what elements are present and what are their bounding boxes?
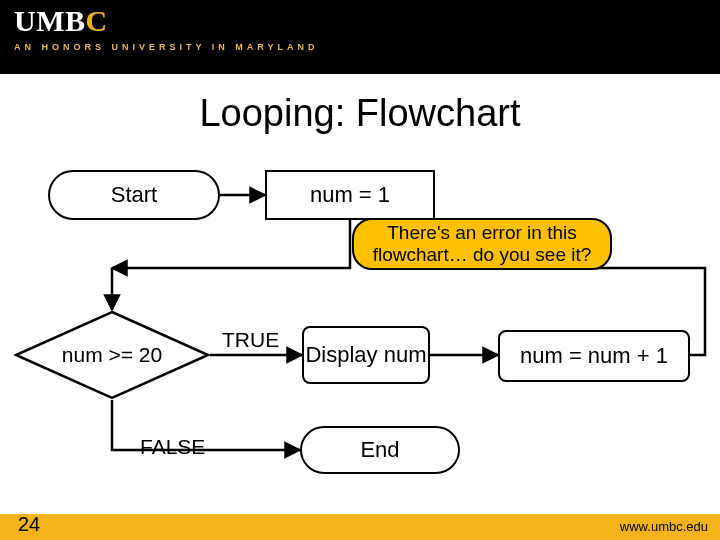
callout-text: There's an error in this flowchart… do y… (364, 222, 600, 266)
decision-label: num >= 20 (62, 343, 162, 367)
edge-label-false: FALSE (140, 435, 205, 459)
display-label: Display num (305, 342, 426, 367)
logo-text-gold: C (86, 4, 108, 37)
flow-callout: There's an error in this flowchart… do y… (352, 218, 612, 270)
footer-url: www.umbc.edu (620, 519, 708, 534)
logo-text-white: UMB (14, 4, 86, 37)
increment-label: num = num + 1 (520, 343, 668, 368)
footer-bar: 24 www.umbc.edu (0, 514, 720, 540)
end-label: End (360, 437, 399, 462)
header-bar: UMBC AN HONORS UNIVERSITY IN MARYLAND (0, 0, 720, 74)
flow-node-start: Start (48, 170, 220, 220)
flow-node-display: Display num (302, 326, 430, 384)
umbc-logo: UMBC (14, 4, 108, 38)
page-number: 24 (18, 513, 40, 536)
flow-node-increment: num = num + 1 (498, 330, 690, 382)
flow-node-init: num = 1 (265, 170, 435, 220)
flow-node-decision: num >= 20 (14, 310, 210, 400)
init-label: num = 1 (310, 182, 390, 207)
flow-node-end: End (300, 426, 460, 474)
start-label: Start (111, 182, 157, 207)
edge-label-true: TRUE (222, 328, 279, 352)
header-tagline: AN HONORS UNIVERSITY IN MARYLAND (14, 42, 319, 52)
slide-title: Looping: Flowchart (0, 92, 720, 135)
